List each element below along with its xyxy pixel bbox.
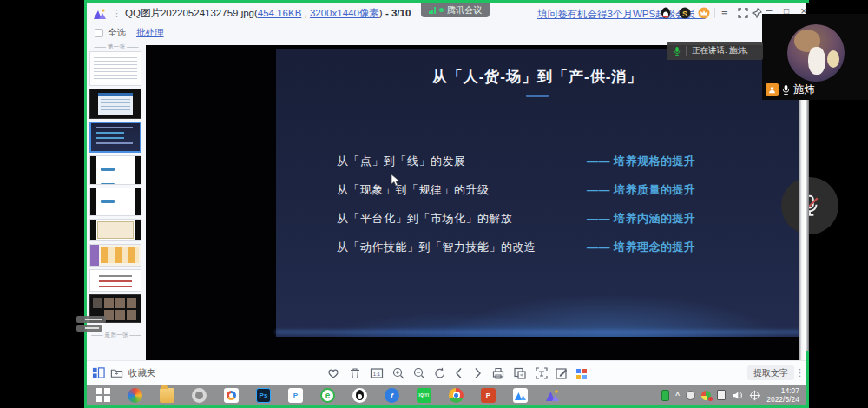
taskbar-image-viewer-icon[interactable] [536,385,569,405]
start-button[interactable] [87,385,119,405]
rotate-icon[interactable] [433,366,447,380]
slide-title-underline [526,95,549,97]
thumbnail-4[interactable] [89,155,141,185]
host-badge-icon [766,83,779,96]
taskbar-camera-app-icon[interactable] [183,385,215,405]
share-border-right [806,351,809,408]
select-all-label[interactable]: 全选 [108,27,126,39]
taskbar-file-explorer-icon[interactable] [151,385,183,405]
batch-process-link[interactable]: 批处理 [136,27,164,39]
taskbar-360-browser-icon[interactable]: e [312,385,344,405]
selection-row: 全选 批处理 [87,24,806,41]
thumbnail-3-selected[interactable] [89,122,141,153]
slide-row-right: —— 培养规格的提升 [587,154,696,169]
delete-trash-icon[interactable] [348,366,362,380]
tray-clipboard-icon[interactable] [717,390,726,400]
thumbnail-5[interactable] [89,188,141,216]
fullscreen-icon[interactable] [736,6,750,20]
next-image-icon[interactable] [470,366,484,380]
menu-icon[interactable]: ≡ [721,5,728,18]
clock-date: 2022/5/24 [766,395,799,404]
svg-text:S: S [682,10,687,18]
favorites-folder-icon[interactable] [110,366,123,379]
thumbnail-8[interactable] [89,269,141,292]
file-name: QQ图片20220524132759.jpg [125,8,254,18]
taskbar-clock[interactable]: 14:07 2022/5/24 [766,386,799,404]
taskbar-powerpoint-icon[interactable]: P [472,385,504,405]
screen: ⋮ QQ图片20220524132759.jpg(454.16KB , 3200… [0,0,868,408]
slide-wave-graphic [276,283,799,337]
thumbnail-6[interactable] [89,219,141,241]
taskbar-flash-icon[interactable]: f [376,385,408,405]
volume-icon[interactable] [732,390,743,401]
layout-grid-icon[interactable] [92,366,105,379]
crown-icon[interactable] [697,6,711,20]
taskbar-iqiyi-icon[interactable]: IQIYI [408,385,440,405]
zoom-in-icon[interactable] [391,366,405,380]
thumbnail-overlay-chip [76,316,106,323]
zoom-out-icon[interactable] [412,366,426,380]
system-tray: ^ 14:07 2022/5/24 [661,385,799,405]
qq-penguin-icon[interactable] [659,6,673,20]
taskbar-pdf-icon[interactable]: P [279,385,312,405]
participant-avatar [787,24,845,82]
slide-row-left: 从「点」到「线」的发展 [337,154,466,169]
slide-row: 从「动作技能」到「智力技能」的改造 —— 培养理念的提升 [276,240,799,255]
network-icon[interactable] [749,390,760,401]
dimensions-link[interactable]: 3200x1440像素 [310,8,379,18]
file-size-link[interactable]: 454.16KB [258,8,302,18]
super-member-coin-icon[interactable]: S [678,6,692,20]
battery-icon[interactable] [661,390,669,401]
apps-grid-icon[interactable] [575,366,589,380]
taskbar-photoshop-icon[interactable]: Ps [247,385,279,405]
mouse-cursor [390,174,402,188]
slide-row-left: 从「现象」到「规律」的升级 [337,182,490,198]
taskbar-browser-swirl-icon[interactable] [119,385,151,405]
participant-name: 施炜 [793,82,815,97]
taskbar-netdisk-icon[interactable] [215,385,247,405]
slide-title: 从「人-货-场」到「产-供-消」 [276,67,799,87]
participant-name-row: 施炜 [766,82,815,97]
favorite-heart-icon[interactable] [326,366,340,380]
svg-text:1:1: 1:1 [373,372,381,377]
signal-icon [429,7,436,14]
taskbar-tencent-meeting-icon[interactable] [504,385,536,405]
slide-row-right: —— 培养质量的提升 [587,182,696,198]
edit-icon[interactable] [555,366,569,380]
thumbnail-7[interactable] [89,244,141,267]
select-all-checkbox[interactable] [95,29,103,37]
favorites-label[interactable]: 收藏夹 [128,367,156,379]
speaking-toast: 正在讲话: 施炜; [667,42,763,60]
first-image-label: —— 第一张 —— [89,43,142,51]
extract-text-button[interactable]: 提取文字 [747,365,794,380]
meeting-badge-label: 腾讯会议 [447,4,482,16]
viewer-app-logo-icon [93,8,107,20]
previous-image-icon[interactable] [452,366,466,380]
toast-divider [686,46,687,56]
recording-dot-icon [439,8,444,12]
meeting-share-badge[interactable]: 腾讯会议 [421,3,490,17]
convert-format-icon[interactable] [513,366,527,380]
thumbnail-2[interactable] [89,89,141,119]
slide-image: 从「人-货-场」到「产-供-消」 从「点」到「线」的发展 —— 培养规格的提升 … [276,49,799,337]
participant-video-tile[interactable]: 施炜 [762,14,868,100]
tray-app-icon[interactable] [686,391,695,400]
actual-size-icon[interactable]: 1:1 [370,366,384,380]
speaking-mic-icon [673,46,681,56]
window-title: QQ图片20220524132759.jpg(454.16KB , 3200x1… [125,7,411,20]
tray-expand-caret[interactable]: ^ [675,391,680,399]
mic-on-icon [781,84,791,95]
speaking-label: 正在讲话: 施炜; [692,45,748,56]
taskbar-qq-icon[interactable] [344,385,376,405]
toolbar-more-icon[interactable]: ⋮ [795,367,805,378]
ocr-icon[interactable] [535,366,549,380]
taskbar-chrome-icon[interactable] [440,385,472,405]
slide-row-left: 从「平台化」到「市场化」的解放 [337,211,513,227]
clock-time: 14:07 [781,386,799,395]
microphone-muted-button[interactable] [781,177,838,234]
thumbnail-1[interactable] [89,51,141,86]
slide-row: 从「现象」到「规律」的升级 —— 培养质量的提升 [276,182,799,198]
print-icon[interactable] [491,366,505,380]
tray-antivirus-icon[interactable] [701,391,711,400]
scrollbar-strip[interactable] [799,100,809,360]
